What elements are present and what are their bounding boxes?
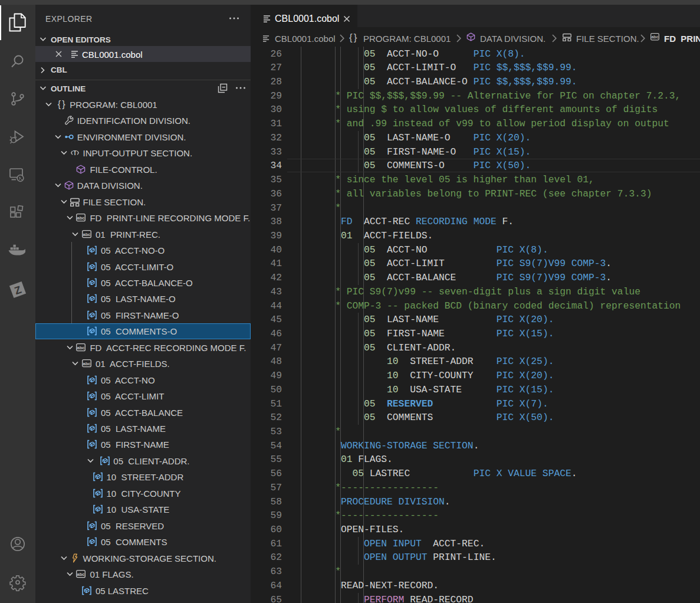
svg-text:T: T <box>73 150 76 156</box>
svg-text:{}: {} <box>57 100 66 109</box>
svg-text:abc: abc <box>77 572 85 577</box>
svg-text:abc: abc <box>83 231 91 237</box>
svg-text:abc: abc <box>651 34 658 38</box>
svg-text:abc: abc <box>83 361 91 366</box>
svg-text:{}: {} <box>349 33 359 43</box>
svg-text:abc: abc <box>77 345 85 350</box>
svg-text:abc: abc <box>77 215 85 221</box>
